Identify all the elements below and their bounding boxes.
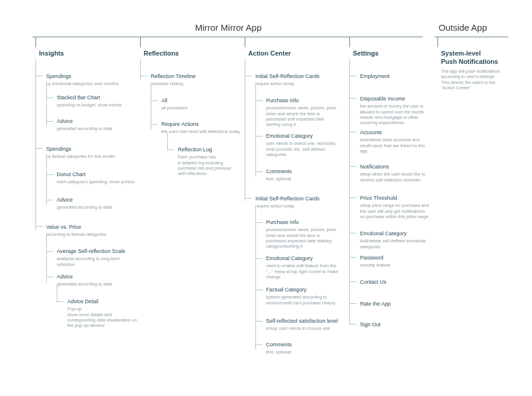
node-advice-1: Advice generated according to data (53, 116, 136, 135)
spine-require (167, 133, 168, 151)
h-ec2 (255, 258, 262, 259)
h-emo-cat (349, 233, 356, 233)
d: Add/delete bank accounts and credit card… (360, 137, 430, 154)
h-income (349, 98, 356, 99)
t: Average Self-reflection Scale (57, 248, 138, 255)
t: Advice Detail (67, 298, 137, 305)
node-advice-detail: Advice Detail Pop-up show more details a… (64, 296, 141, 332)
spine-valueprice (46, 236, 47, 283)
t: Self-reflected satisfaction level (266, 318, 339, 324)
h-ec1 (255, 136, 262, 137)
d: require action today (255, 203, 337, 209)
tick-push (437, 37, 438, 47)
h-rate (349, 303, 356, 304)
spine-spendings2 (46, 158, 47, 205)
t: Rate the App (360, 301, 430, 307)
d: Add/delete self-defined emotional catego… (360, 238, 430, 249)
node-advice-3: Advice generated according to data (53, 271, 136, 291)
d: Each purchase has a detailed log includi… (178, 154, 236, 177)
node-rate-app: Rate the App (356, 298, 433, 311)
spine-settings (349, 59, 350, 325)
h-require (151, 124, 158, 125)
t: Disposable Income (360, 96, 430, 102)
t: Refleciton Log (178, 147, 236, 153)
section-settings: Settings (353, 50, 378, 57)
section-reflections: Reflections (144, 50, 179, 57)
t: Advice (57, 274, 132, 280)
node-sign-out: Sign Out (356, 319, 433, 332)
h-spendings2 (35, 148, 43, 149)
spine-insights (35, 59, 36, 231)
node-password: Password security feature (356, 252, 433, 272)
t: Accounts (360, 129, 430, 136)
d: product/service name, picture, price whe… (266, 105, 339, 128)
t: Emotional Category (266, 255, 339, 262)
t: Initial Self-Reflection Cards (255, 196, 337, 202)
node-require-actions: Require Actions the ones that need self-… (158, 119, 246, 138)
d: text, optional (266, 349, 339, 355)
node-value-price: Value vs. Price according to factual cat… (43, 222, 131, 241)
h-initial2 (245, 198, 252, 199)
t: Sign Out (360, 322, 430, 328)
node-employment: Employment (356, 71, 433, 83)
t: Advice (57, 197, 132, 203)
d: by factual categories for this month (46, 154, 128, 159)
node-donut-chart: Donut Chart each category's spending; sh… (53, 169, 142, 189)
spine-reflections (140, 59, 141, 80)
t: Factual Category (266, 287, 339, 293)
t: Purchase Info (266, 98, 339, 104)
node-satisfaction-level: Self-reflected satisfaction level emoji;… (262, 316, 342, 335)
t: Require Actions (161, 121, 243, 128)
d: system-generated according to vendor/cre… (266, 294, 339, 306)
t: Initial Self-Reflection Cards (255, 73, 337, 80)
t: Spendings (46, 146, 128, 152)
t: Price Threshold (360, 195, 430, 202)
h-stacked (46, 98, 53, 98)
h-comments2 (255, 345, 262, 345)
d: generated according to data (57, 205, 132, 210)
node-disposable-income: Disposable Income the amount of money th… (356, 93, 433, 129)
node-reflection-log: Refleciton Log Each purchase has a detai… (174, 144, 239, 180)
h-log (167, 150, 174, 150)
push-description: The app will push notifications accordin… (437, 65, 508, 95)
push-desc-text: The app will push notifications accordin… (441, 69, 505, 91)
d: by emotional categories over months (46, 81, 128, 86)
tick-reflections (140, 37, 141, 47)
node-avg-scale: Average Self-reflection Scale analyzed a… (53, 246, 142, 271)
h-timeline (140, 76, 147, 76)
node-comments-2: Comments text, optional (262, 339, 342, 359)
node-initial-cards-2: Initial Self-Reflection Cards require ac… (252, 193, 340, 213)
tick-action (245, 37, 245, 47)
rule-main (33, 37, 423, 37)
d: spending vs budget; show trends (57, 102, 132, 108)
d: the amount of money the user is allowed … (360, 103, 430, 126)
t: Comments (266, 168, 339, 175)
h-advice2 (46, 200, 53, 200)
node-purchase-info-1: Purchase Info product/service name, pict… (262, 95, 342, 131)
d: setup when the user would like to receiv… (360, 171, 430, 183)
h-pi1 (255, 100, 262, 101)
t: Donut Chart (57, 171, 138, 178)
h-spendings1 (35, 76, 43, 76)
node-stacked-bar: Stacked Bar Chart spending vs budget; sh… (53, 92, 136, 112)
h-valueprice (35, 226, 43, 227)
t: Emotional Category (266, 133, 339, 139)
app-title-outside: Outside App (439, 22, 487, 33)
node-emotional-category-2: Emotional Category need to enable edit f… (262, 253, 342, 283)
d: setup price range for purchase and the u… (360, 203, 430, 219)
section-action-center: Action Center (248, 50, 291, 57)
node-settings-emotional-category: Emotional Category Add/delete self-defin… (356, 228, 433, 253)
d: according to factual categories (46, 232, 128, 237)
d: generated according to data (57, 281, 132, 287)
section-push: System-level Push Notifications (441, 50, 512, 66)
spine-action (245, 59, 245, 201)
t: Password (360, 255, 430, 261)
app-title-main: Mirror Mirror App (195, 22, 262, 33)
t: Comments (266, 342, 339, 348)
h-pricethreshold (349, 197, 356, 198)
tick-settings (349, 37, 350, 47)
spine-spendings1 (46, 85, 47, 126)
node-price-threshold: Price Threshold setup price range for pu… (356, 193, 433, 223)
h-donut (46, 174, 53, 175)
d: emoji; user needs to choose one (266, 326, 339, 331)
